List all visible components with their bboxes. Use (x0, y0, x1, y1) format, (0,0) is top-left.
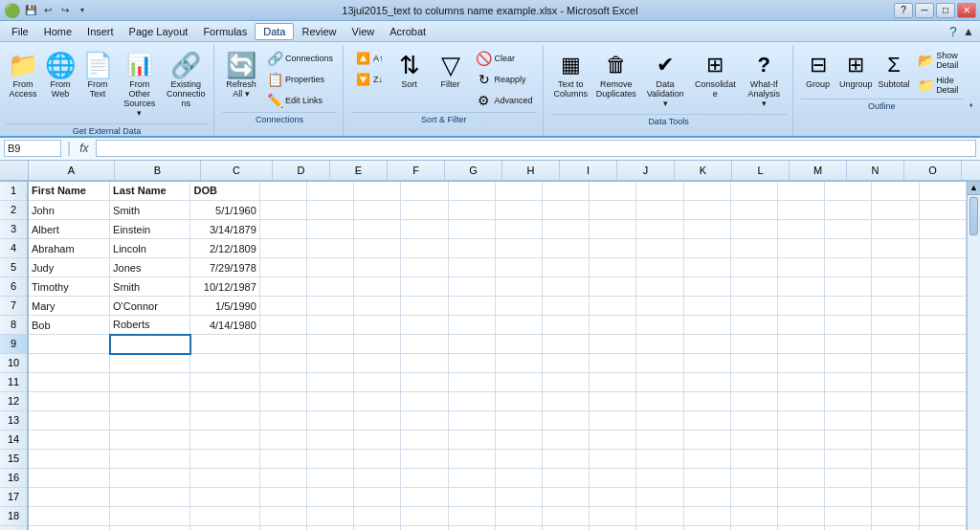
cell-6-2[interactable]: Smith (110, 277, 190, 297)
cell-19-15[interactable] (778, 526, 825, 530)
cell-4-10[interactable] (543, 239, 590, 258)
sort-za-button[interactable]: 🔽 Z↓ (351, 70, 388, 89)
cell-14-16[interactable] (825, 431, 872, 450)
cell-14-4[interactable] (259, 431, 306, 450)
cell-3-16[interactable] (825, 220, 872, 239)
col-header-I[interactable]: I (560, 161, 617, 180)
cell-4-5[interactable] (307, 239, 354, 258)
cell-16-14[interactable] (730, 469, 777, 488)
col-header-F[interactable]: F (388, 161, 445, 180)
cell-14-18[interactable] (919, 431, 966, 450)
cell-6-4[interactable] (259, 277, 306, 297)
col-header-J[interactable]: J (617, 161, 675, 180)
row-header-17[interactable]: 17 (0, 488, 27, 507)
show-detail-button[interactable]: 📂 Show Detail (914, 49, 975, 72)
cell-5-7[interactable] (401, 258, 448, 277)
cell-17-7[interactable] (401, 488, 448, 507)
cell-6-7[interactable] (401, 277, 448, 297)
cell-17-11[interactable] (590, 488, 636, 507)
cell-1-7[interactable] (401, 182, 448, 201)
col-header-E[interactable]: E (330, 161, 388, 180)
cell-9-4[interactable] (259, 335, 306, 354)
cell-12-9[interactable] (495, 392, 542, 411)
cell-4-13[interactable] (683, 239, 730, 258)
cell-4-16[interactable] (825, 239, 872, 258)
cell-3-10[interactable] (543, 220, 590, 239)
cell-15-14[interactable] (730, 450, 777, 469)
cell-8-4[interactable] (259, 316, 306, 335)
row-header-19[interactable]: 19 (0, 526, 27, 530)
cell-11-11[interactable] (590, 373, 636, 392)
cell-15-9[interactable] (495, 450, 542, 469)
cell-6-17[interactable] (872, 277, 919, 297)
cell-14-7[interactable] (401, 431, 448, 450)
cell-13-14[interactable] (730, 411, 777, 431)
reapply-button[interactable]: ↻ Reapply (473, 70, 537, 89)
cell-11-8[interactable] (448, 373, 495, 392)
cell-1-10[interactable] (543, 182, 590, 201)
cell-2-2[interactable]: Smith (110, 201, 190, 220)
col-header-D[interactable]: D (273, 161, 330, 180)
cell-2-3[interactable]: 5/1/1960 (190, 201, 259, 220)
cell-16-16[interactable] (825, 469, 872, 488)
cell-17-17[interactable] (872, 488, 919, 507)
menu-acrobat[interactable]: Acrobat (382, 24, 434, 39)
cell-19-1[interactable] (29, 526, 110, 530)
clear-button[interactable]: 🚫 Clear (473, 49, 537, 68)
cell-8-13[interactable] (683, 316, 730, 335)
filter-button[interactable]: ▽ Filter (432, 47, 470, 93)
cell-16-13[interactable] (683, 469, 730, 488)
cell-12-7[interactable] (401, 392, 448, 411)
cell-8-2[interactable]: Roberts (110, 316, 190, 335)
cell-7-12[interactable] (636, 297, 683, 316)
cell-9-9[interactable] (495, 335, 542, 354)
scrollbar-thumb[interactable] (969, 197, 978, 235)
cell-16-12[interactable] (636, 469, 683, 488)
cell-5-18[interactable] (919, 258, 966, 277)
cell-14-9[interactable] (495, 431, 542, 450)
cell-7-15[interactable] (778, 297, 825, 316)
cell-14-10[interactable] (543, 431, 590, 450)
cell-1-9[interactable] (495, 182, 542, 201)
cell-1-3[interactable]: DOB (190, 182, 259, 201)
cell-8-3[interactable]: 4/14/1980 (190, 316, 259, 335)
cell-16-4[interactable] (259, 469, 306, 488)
cell-18-1[interactable] (29, 507, 110, 526)
cell-5-15[interactable] (778, 258, 825, 277)
group-button[interactable]: ⊟ Group (801, 47, 835, 93)
advanced-button[interactable]: ⚙ Advanced (473, 91, 537, 110)
cell-16-17[interactable] (872, 469, 919, 488)
cell-8-17[interactable] (872, 316, 919, 335)
menu-insert[interactable]: Insert (79, 24, 122, 39)
cell-5-13[interactable] (683, 258, 730, 277)
cell-8-6[interactable] (354, 316, 401, 335)
cell-11-5[interactable] (307, 373, 354, 392)
cell-9-14[interactable] (730, 335, 777, 354)
cell-19-13[interactable] (683, 526, 730, 530)
cell-6-10[interactable] (543, 277, 590, 297)
cell-5-17[interactable] (872, 258, 919, 277)
cell-2-1[interactable]: John (29, 201, 110, 220)
cell-9-16[interactable] (825, 335, 872, 354)
cell-10-11[interactable] (590, 354, 636, 373)
cell-15-6[interactable] (354, 450, 401, 469)
cell-5-5[interactable] (307, 258, 354, 277)
cell-9-18[interactable] (919, 335, 966, 354)
cell-1-6[interactable] (354, 182, 401, 201)
col-header-K[interactable]: K (675, 161, 732, 180)
cell-3-15[interactable] (778, 220, 825, 239)
row-header-6[interactable]: 6 (0, 277, 27, 297)
cell-7-17[interactable] (872, 297, 919, 316)
help-icon[interactable]: ? (946, 24, 961, 39)
cell-7-16[interactable] (825, 297, 872, 316)
cell-15-15[interactable] (778, 450, 825, 469)
cell-6-6[interactable] (354, 277, 401, 297)
cell-13-2[interactable] (110, 411, 190, 431)
cell-6-5[interactable] (307, 277, 354, 297)
cell-15-2[interactable] (110, 450, 190, 469)
cell-7-1[interactable]: Mary (29, 297, 110, 316)
cell-12-2[interactable] (110, 392, 190, 411)
cell-2-17[interactable] (872, 201, 919, 220)
cell-2-5[interactable] (307, 201, 354, 220)
cell-6-8[interactable] (448, 277, 495, 297)
